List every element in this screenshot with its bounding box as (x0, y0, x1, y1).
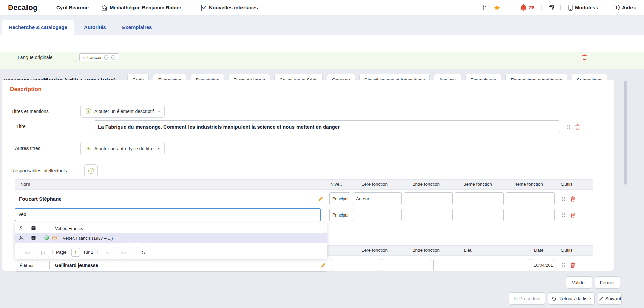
chevron-down-icon: ▾ (158, 109, 160, 113)
row-drag-handle-icon[interactable] (562, 212, 565, 218)
fonction4-cell[interactable] (506, 192, 555, 205)
responsables-label: Responsables intellectuels (11, 168, 67, 173)
titre-input[interactable] (94, 120, 560, 133)
library-icon (101, 5, 107, 11)
retour-liste-button[interactable]: Retour à la liste (548, 292, 595, 305)
tab-recherche-catalogage[interactable]: Recherche & catalogage (2, 20, 74, 35)
plus-circle-icon (88, 168, 94, 174)
edit-pencil-icon[interactable] (318, 196, 323, 201)
row-delete-icon[interactable] (570, 196, 575, 202)
niveau-cell[interactable]: Principal (329, 209, 350, 221)
vertical-scrollbar-thumb[interactable] (624, 81, 627, 185)
chip-play-icon[interactable]: ▷ (104, 55, 109, 60)
aide-menu[interactable]: Aide▾ (622, 5, 636, 10)
suivant-button[interactable]: Suivant (598, 292, 622, 305)
tab-exemplaires[interactable]: Exemplaires (119, 20, 155, 35)
col-header-fonction2: 2nde fonction (413, 182, 440, 187)
autocomplete-item-label: Veber, Francis (55, 226, 83, 231)
pager-refresh-button[interactable]: ↻ (137, 247, 150, 258)
pager-next-button[interactable]: ▷| (101, 247, 114, 258)
pager-first-button[interactable]: ◁◁ (20, 247, 33, 258)
pub-date-cell[interactable]: 10/04/201 (532, 259, 554, 271)
mobile-icon (568, 5, 573, 11)
author-search-input[interactable]: veb (15, 208, 321, 221)
langue-field[interactable] (75, 52, 578, 62)
pager-separator: | (132, 249, 134, 254)
langue-chip-value: français (87, 55, 103, 60)
langue-delete-icon[interactable] (582, 54, 587, 60)
description-heading: Description (10, 86, 42, 93)
titre-delete-icon[interactable] (575, 124, 580, 130)
tab-autorites[interactable]: Autorités (80, 20, 109, 35)
plus-circle-icon (86, 146, 91, 151)
tab-label: Exemplaires (122, 24, 152, 30)
pager-separator: | (97, 249, 98, 254)
fonction3-cell[interactable] (455, 209, 504, 221)
logo-text: Decalog (8, 3, 38, 12)
valider-button[interactable]: Valider (566, 276, 592, 289)
pager-separator: | (52, 249, 53, 254)
pub-lieu-cell[interactable] (433, 259, 530, 271)
button-label: Précédent (519, 296, 541, 301)
copy-windows-icon[interactable] (549, 5, 554, 10)
app-logo[interactable]: Decalog (8, 3, 38, 12)
pager-page-input[interactable] (71, 248, 80, 257)
pager-page-label: Page (56, 250, 67, 255)
col-header-fonction3: 3ème fonction (464, 182, 492, 187)
pager-prev-button[interactable]: |◁ (36, 247, 49, 258)
person-icon (19, 235, 24, 240)
langue-originale-label: Langue originale (18, 55, 53, 60)
button-label: Retour à la liste (558, 296, 591, 301)
row-delete-icon[interactable] (570, 262, 575, 268)
button-label: Suivant (605, 296, 621, 301)
authority-type-icon (31, 236, 36, 240)
author-autocomplete-dropdown: Veber, Francis Veber, Francis (1937 – ..… (15, 223, 327, 258)
add-descriptive-element-button[interactable]: Ajouter un élément descriptif ▾ (80, 105, 165, 118)
langue-chip[interactable]: ◁ français ▷ ⊗ (79, 53, 119, 61)
add-responsable-button[interactable] (84, 164, 98, 177)
add-title-type-button[interactable]: Ajouter un autre type de titre ▾ (80, 142, 165, 155)
pager-last-button[interactable]: ▷▷ (117, 247, 130, 258)
fonction1-cell[interactable]: Auteur (353, 192, 402, 205)
button-label: Ajouter un autre type de titre (94, 146, 154, 151)
fonction2-cell[interactable] (404, 209, 453, 221)
person-icon (19, 226, 24, 231)
pub-fonction2-cell[interactable] (382, 259, 431, 271)
autres-titres-label: Autres titres (15, 146, 40, 151)
autocomplete-item-selected[interactable]: Veber, Francis (1937 – ...) (15, 233, 327, 243)
pager-of-label: sur 1 (83, 250, 93, 255)
col-header-fonction1: 1ère fonction (362, 248, 388, 253)
header-separator: | (541, 4, 542, 11)
row-drag-handle-icon[interactable] (562, 196, 565, 202)
row-delete-icon[interactable] (570, 212, 575, 218)
niveau-cell[interactable]: Principal (329, 192, 350, 205)
publication-type-select[interactable]: Éditeur (17, 261, 50, 270)
titre-drag-handle-icon[interactable] (567, 124, 570, 130)
chip-prev-icon[interactable]: ◁ (83, 56, 85, 59)
fermer-button[interactable]: Fermer (595, 276, 620, 289)
fonction4-cell[interactable] (506, 209, 555, 221)
lightbulb-icon[interactable] (494, 4, 500, 11)
info-icon (614, 5, 620, 10)
notification-bell-icon[interactable] (520, 4, 527, 11)
header-separator: | (560, 4, 561, 11)
precedent-button[interactable]: |◁ Précédent (509, 292, 545, 305)
chip-remove-icon[interactable]: ⊗ (111, 55, 116, 60)
col-header-fonction4: 4ème fonction (515, 182, 543, 187)
notification-count[interactable]: 28 (529, 5, 535, 10)
modules-menu[interactable]: Modules▾ (575, 5, 598, 10)
fonction3-cell[interactable] (455, 192, 504, 205)
row-drag-handle-icon[interactable] (562, 263, 565, 268)
tab-label: Autorités (84, 24, 106, 30)
export-icon[interactable] (483, 5, 489, 10)
col-header-nom: Nom (20, 182, 30, 187)
autocomplete-item[interactable]: Veber, Francis (15, 223, 327, 233)
fonction1-cell[interactable] (353, 209, 402, 221)
edit-pencil-icon[interactable] (321, 263, 326, 268)
titres-mentions-label: Titres et mentions (11, 109, 49, 114)
authority-type-icon (31, 226, 36, 230)
fonction2-cell[interactable] (404, 192, 453, 205)
responsable-name: Foucart Stéphane (19, 196, 62, 202)
pub-fonction1-cell[interactable] (331, 259, 380, 271)
new-interfaces-checkbox[interactable] (201, 5, 202, 11)
